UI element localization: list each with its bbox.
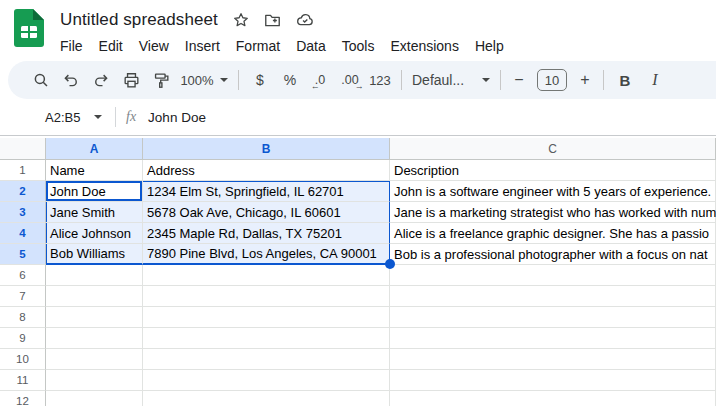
row-header-5[interactable]: 5 xyxy=(0,244,46,265)
column-header-b[interactable]: B xyxy=(143,138,390,160)
cell-b10[interactable] xyxy=(143,349,390,370)
menu-data[interactable]: Data xyxy=(288,36,334,56)
cell-a3[interactable]: Jane Smith xyxy=(46,202,143,223)
table-row: 9 xyxy=(0,328,716,349)
bold-button[interactable]: B xyxy=(610,66,640,94)
cell-a7[interactable] xyxy=(46,286,143,307)
search-button[interactable] xyxy=(26,66,56,94)
increase-font-size-button[interactable]: + xyxy=(573,71,597,89)
cell-text: Jane is a marketing strategist who has w… xyxy=(394,205,716,220)
formula-input[interactable]: John Doe xyxy=(148,110,206,125)
cell-b12[interactable] xyxy=(143,391,390,406)
fill-handle[interactable] xyxy=(385,259,395,269)
google-sheets-app: Untitled spreadsheet File Edit View Inse… xyxy=(0,0,716,406)
row-header-2[interactable]: 2 xyxy=(0,181,46,202)
paint-format-button[interactable] xyxy=(146,66,176,94)
cell-c1[interactable]: Description xyxy=(390,160,716,181)
cell-c2[interactable]: John is a software engineer with 5 years… xyxy=(390,181,716,202)
cell-a11[interactable] xyxy=(46,370,143,391)
row-header-1[interactable]: 1 xyxy=(0,160,46,181)
select-all-corner[interactable] xyxy=(0,138,46,160)
cell-text: Alice is a freelance graphic designer. S… xyxy=(394,226,709,241)
cell-b6[interactable] xyxy=(143,265,390,286)
move-to-folder-icon[interactable] xyxy=(263,11,282,30)
print-button[interactable] xyxy=(116,66,146,94)
toolbar: 100% $ % .0← .00→ 123 Defaul... − 10 + B… xyxy=(8,61,716,99)
name-box[interactable]: A2:B5 xyxy=(45,110,103,125)
cell-a2[interactable]: John Doe xyxy=(46,181,143,202)
cell-b9[interactable] xyxy=(143,328,390,349)
cell-a9[interactable] xyxy=(46,328,143,349)
row-header-9[interactable]: 9 xyxy=(0,328,46,349)
cell-text: 1234 Elm St, Springfield, IL 62701 xyxy=(147,184,344,199)
row-header-4[interactable]: 4 xyxy=(0,223,46,244)
toolbar-divider xyxy=(603,70,604,90)
row-header-7[interactable]: 7 xyxy=(0,286,46,307)
cell-b8[interactable] xyxy=(143,307,390,328)
cell-b4[interactable]: 2345 Maple Rd, Dallas, TX 75201 xyxy=(143,223,390,244)
fx-icon: fx xyxy=(126,109,136,125)
menu-view[interactable]: View xyxy=(131,36,177,56)
row-header-12[interactable]: 12 xyxy=(0,391,46,406)
paint-format-icon xyxy=(152,71,171,90)
cell-a8[interactable] xyxy=(46,307,143,328)
row-header-10[interactable]: 10 xyxy=(0,349,46,370)
cell-b11[interactable] xyxy=(143,370,390,391)
zoom-menu[interactable]: 100% xyxy=(176,66,232,94)
font-size-input[interactable]: 10 xyxy=(537,69,567,91)
cell-c10[interactable] xyxy=(390,349,716,370)
menu-extensions[interactable]: Extensions xyxy=(382,36,466,56)
more-formats-button[interactable]: 123 xyxy=(365,66,395,94)
cell-a1[interactable]: Name xyxy=(46,160,143,181)
menu-tools[interactable]: Tools xyxy=(334,36,383,56)
column-header-c[interactable]: C xyxy=(390,138,716,160)
cell-b2[interactable]: 1234 Elm St, Springfield, IL 62701 xyxy=(143,181,390,202)
italic-button[interactable]: I xyxy=(640,66,670,94)
menu-help[interactable]: Help xyxy=(467,36,512,56)
cell-text: Name xyxy=(50,163,85,178)
cell-text: Alice Johnson xyxy=(50,226,131,241)
row-header-6[interactable]: 6 xyxy=(0,265,46,286)
title-bar: Untitled spreadsheet File Edit View Inse… xyxy=(0,0,716,54)
cell-b7[interactable] xyxy=(143,286,390,307)
menu-insert[interactable]: Insert xyxy=(177,36,228,56)
sheets-logo[interactable] xyxy=(14,9,44,47)
cell-c8[interactable] xyxy=(390,307,716,328)
row-header-11[interactable]: 11 xyxy=(0,370,46,391)
font-menu[interactable]: Defaul... xyxy=(408,66,494,94)
format-currency-button[interactable]: $ xyxy=(245,66,275,94)
cell-c11[interactable] xyxy=(390,370,716,391)
decrease-font-size-button[interactable]: − xyxy=(507,71,531,89)
cell-c9[interactable] xyxy=(390,328,716,349)
column-header-a[interactable]: A xyxy=(46,138,143,160)
decrease-decimal-button[interactable]: .0← xyxy=(305,66,335,94)
cell-c5[interactable]: Bob is a professional photographer with … xyxy=(390,244,716,265)
cell-c12[interactable] xyxy=(390,391,716,406)
cell-b5[interactable]: 7890 Pine Blvd, Los Angeles, CA 90001 xyxy=(143,244,390,265)
redo-button[interactable] xyxy=(86,66,116,94)
cell-c6[interactable] xyxy=(390,265,716,286)
cell-a6[interactable] xyxy=(46,265,143,286)
undo-button[interactable] xyxy=(56,66,86,94)
menu-edit[interactable]: Edit xyxy=(91,36,131,56)
cell-b1[interactable]: Address xyxy=(143,160,390,181)
cell-c7[interactable] xyxy=(390,286,716,307)
cell-a10[interactable] xyxy=(46,349,143,370)
cell-c4[interactable]: Alice is a freelance graphic designer. S… xyxy=(390,223,716,244)
cloud-saved-icon[interactable] xyxy=(295,10,315,30)
row-header-8[interactable]: 8 xyxy=(0,307,46,328)
format-percent-button[interactable]: % xyxy=(275,66,305,94)
cell-a4[interactable]: Alice Johnson xyxy=(46,223,143,244)
document-title[interactable]: Untitled spreadsheet xyxy=(60,10,218,30)
cell-text: Jane Smith xyxy=(50,205,115,220)
star-icon[interactable] xyxy=(232,11,250,29)
menu-format[interactable]: Format xyxy=(228,36,288,56)
row-header-3[interactable]: 3 xyxy=(0,202,46,223)
cell-b3[interactable]: 5678 Oak Ave, Chicago, IL 60601 xyxy=(143,202,390,223)
cell-a12[interactable] xyxy=(46,391,143,406)
increase-decimal-button[interactable]: .00→ xyxy=(335,66,365,94)
cell-a5[interactable]: Bob Williams xyxy=(46,244,143,265)
cell-c3[interactable]: Jane is a marketing strategist who has w… xyxy=(390,202,716,223)
menu-file[interactable]: File xyxy=(58,36,91,56)
arrow-right-icon: → xyxy=(355,81,364,91)
